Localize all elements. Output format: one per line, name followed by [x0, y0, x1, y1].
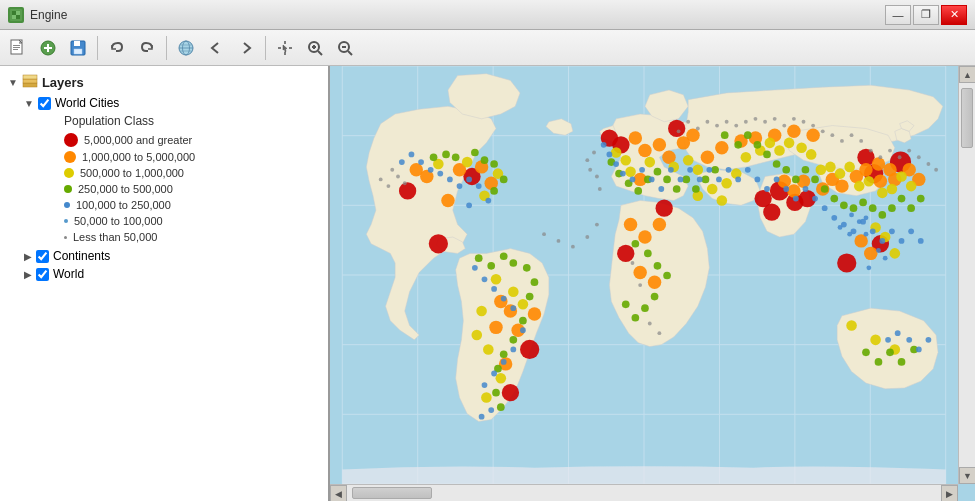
svg-point-195 — [644, 250, 652, 258]
restore-button[interactable]: ❐ — [913, 5, 939, 25]
svg-point-246 — [501, 359, 507, 365]
continents-checkbox[interactable] — [36, 250, 49, 263]
scroll-thumb-h[interactable] — [352, 487, 432, 499]
map-scrollbar-horizontal[interactable]: ◀ ▶ — [330, 484, 958, 501]
minimize-button[interactable]: — — [885, 5, 911, 25]
svg-point-149 — [854, 181, 865, 192]
svg-point-300 — [595, 223, 599, 227]
svg-point-206 — [763, 151, 771, 159]
scroll-left-button[interactable]: ◀ — [330, 485, 347, 501]
back-button[interactable] — [202, 34, 230, 62]
svg-point-74 — [489, 321, 502, 334]
globe-button[interactable] — [172, 34, 200, 62]
svg-point-235 — [466, 177, 472, 183]
svg-line-26 — [348, 51, 352, 55]
svg-point-346 — [657, 331, 661, 335]
svg-rect-13 — [74, 41, 80, 46]
svg-point-55 — [656, 200, 673, 217]
svg-point-58 — [763, 203, 780, 220]
svg-point-152 — [887, 184, 898, 195]
scroll-up-button[interactable]: ▲ — [959, 66, 975, 83]
svg-point-167 — [500, 176, 508, 184]
svg-point-176 — [519, 317, 527, 325]
svg-point-306 — [677, 129, 681, 133]
world-cities-checkbox[interactable] — [38, 97, 51, 110]
map-scrollbar-vertical[interactable]: ▲ ▼ — [958, 66, 975, 484]
save-button[interactable] — [64, 34, 92, 62]
svg-rect-8 — [13, 49, 18, 50]
svg-point-164 — [471, 149, 479, 157]
scroll-right-button[interactable]: ▶ — [941, 485, 958, 501]
svg-point-302 — [585, 158, 589, 162]
legend-label-0: 5,000,000 and greater — [84, 134, 192, 146]
svg-point-217 — [869, 204, 877, 212]
world-checkbox[interactable] — [36, 268, 49, 281]
svg-point-253 — [613, 161, 619, 167]
map-area[interactable]: ▲ ▼ ◀ ▶ — [330, 66, 975, 501]
legend-dot-1 — [64, 151, 76, 163]
add-layer-button[interactable] — [34, 34, 62, 62]
svg-rect-6 — [13, 45, 20, 46]
close-button[interactable]: ✕ — [941, 5, 967, 25]
svg-point-312 — [734, 124, 738, 128]
scroll-track-v[interactable] — [959, 83, 975, 467]
world-expand[interactable]: ▶ — [24, 269, 32, 280]
svg-point-172 — [509, 259, 517, 267]
svg-point-134 — [707, 184, 718, 195]
svg-point-218 — [878, 211, 886, 219]
svg-point-49 — [429, 234, 448, 253]
svg-point-329 — [898, 155, 902, 159]
svg-point-333 — [934, 168, 938, 172]
svg-point-314 — [754, 117, 758, 121]
svg-point-87 — [638, 230, 651, 243]
redo-button[interactable] — [133, 34, 161, 62]
svg-point-90 — [648, 275, 661, 288]
svg-point-288 — [906, 337, 912, 343]
world-label: World — [53, 267, 84, 281]
svg-point-319 — [802, 120, 806, 124]
window-controls: — ❐ ✕ — [885, 5, 967, 25]
svg-point-273 — [803, 186, 809, 192]
svg-point-161 — [430, 153, 438, 161]
forward-button[interactable] — [232, 34, 260, 62]
svg-point-264 — [716, 177, 722, 183]
layer-item-world: ▶ World — [16, 265, 328, 283]
svg-point-262 — [697, 177, 703, 183]
map-canvas[interactable] — [330, 66, 958, 484]
continents-label: Continents — [53, 249, 110, 263]
svg-point-269 — [764, 186, 770, 192]
svg-rect-7 — [13, 47, 20, 48]
world-cities-label: World Cities — [55, 96, 119, 110]
legend-dot-5 — [64, 219, 68, 223]
svg-point-150 — [864, 176, 875, 187]
svg-point-198 — [651, 293, 659, 301]
layers-expand-icon[interactable]: ▼ — [8, 77, 18, 88]
svg-point-78 — [528, 307, 541, 320]
scroll-thumb-v[interactable] — [961, 88, 973, 148]
svg-point-193 — [711, 166, 719, 174]
undo-button[interactable] — [103, 34, 131, 62]
svg-point-233 — [447, 177, 453, 183]
svg-point-251 — [601, 142, 607, 148]
svg-rect-14 — [74, 49, 82, 54]
zoom-out-button[interactable] — [331, 34, 359, 62]
scroll-down-button[interactable]: ▼ — [959, 467, 975, 484]
world-cities-expand[interactable]: ▼ — [24, 98, 34, 109]
layer-panel: ▼ Layers ▼ World Cities Population Class… — [0, 66, 330, 501]
svg-point-175 — [526, 293, 534, 301]
scroll-track-h[interactable] — [347, 485, 941, 501]
continents-expand[interactable]: ▶ — [24, 251, 32, 262]
pan-button[interactable] — [271, 34, 299, 62]
svg-point-257 — [649, 177, 655, 183]
svg-point-222 — [917, 195, 925, 203]
new-button[interactable] — [4, 34, 32, 62]
svg-point-292 — [396, 175, 400, 179]
zoom-in-button[interactable] — [301, 34, 329, 62]
svg-point-271 — [783, 186, 789, 192]
svg-point-272 — [793, 196, 799, 202]
svg-point-190 — [682, 176, 690, 184]
svg-point-126 — [611, 147, 622, 158]
svg-point-180 — [492, 389, 500, 397]
svg-point-48 — [399, 182, 416, 199]
svg-point-308 — [696, 127, 700, 131]
